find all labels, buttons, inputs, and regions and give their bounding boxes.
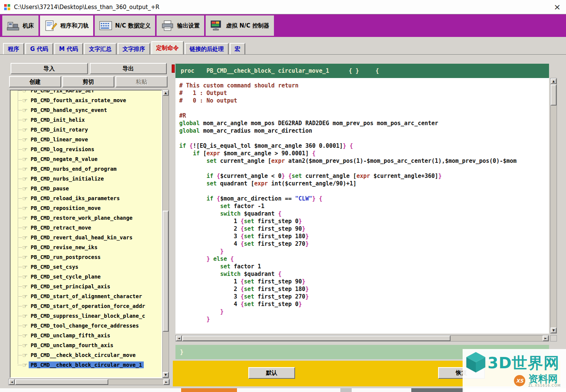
code-line: if {$current_angle < 0} {set current_ang… <box>179 172 549 180</box>
tree-connector <box>18 335 22 336</box>
tab-program-toolpath[interactable]: 程序和刀轨 <box>40 15 93 36</box>
tree-item-label: PB_CMD_revert_dual_head_kin_vars <box>29 234 134 241</box>
tab-virtual-nc-controller[interactable]: 虚拟 N/C 控制器 <box>206 15 274 36</box>
import-button[interactable]: 导入 <box>11 63 88 74</box>
tree-item-label: PB_CMD__check_block_circular_move_1 <box>29 361 144 368</box>
tree-item[interactable]: ☞PB_CMD_restore_work_plane_change <box>15 213 161 223</box>
drag-hand-icon: ☞ <box>22 303 28 310</box>
close-icon[interactable]: × <box>554 3 561 11</box>
tree-item[interactable]: ☞PB_CMD_retract_move <box>15 223 161 233</box>
bottom-dark-segment <box>411 388 464 392</box>
tree-item[interactable]: ☞PB_CMD_unclamp_fourth_axis <box>15 340 161 350</box>
code-scrollbar-thumb[interactable] <box>551 84 557 106</box>
tree-item[interactable]: ☞PB_CMD_nurbs_initialize <box>15 174 161 184</box>
editor-grip-handle[interactable] <box>172 64 175 73</box>
proc-header: proc PB_CMD__check_block_ circular_move_… <box>175 64 549 78</box>
tree-item[interactable]: ☞PB_CMD_negate_R_value <box>15 154 161 164</box>
tab-word-sequencing[interactable]: 文字排序 <box>118 43 150 54</box>
drag-hand-icon: ☞ <box>22 332 28 339</box>
tree-item[interactable]: ☞PB_CMD_init_rotary <box>15 125 161 135</box>
drag-hand-icon: ☞ <box>22 146 28 153</box>
tab-macro[interactable]: 宏 <box>230 43 245 54</box>
proc-open-brace: { <box>375 67 379 74</box>
title-bar: C:\Users\37214\Desktop\Less_than_360_out… <box>0 0 566 14</box>
tree-item[interactable]: ☞PB_CMD_nurbs_end_of_program <box>15 164 161 174</box>
drag-hand-icon: ☞ <box>22 136 28 143</box>
scroll-right-button[interactable]: ► <box>163 379 169 385</box>
tree-item[interactable]: ☞PB_CMD__check_block_circular_move <box>15 350 161 360</box>
drag-hand-icon: ☞ <box>22 90 28 94</box>
command-tree[interactable]: ☞PB_CMD_fix_RAPID_SET☞PB_CMD_fourth_axis… <box>10 90 162 378</box>
tree-connector <box>18 306 22 306</box>
tree-hscrollbar-thumb[interactable] <box>15 379 108 385</box>
tree-connector <box>18 267 22 267</box>
code-editor[interactable]: # This custom command should return# 1 :… <box>175 78 549 334</box>
create-button[interactable]: 创建 <box>9 76 61 87</box>
tree-item[interactable]: ☞PB_CMD_unclamp_fifth_axis <box>15 331 161 340</box>
scroll-left-button[interactable]: ◄ <box>9 379 15 385</box>
tree-item[interactable]: ☞PB_CMD_start_of_operation_force_addr <box>15 301 161 311</box>
tree-item-label: PB_CMD_fourth_axis_rotate_move <box>29 97 128 104</box>
command-tree-inner: ☞PB_CMD_fix_RAPID_SET☞PB_CMD_fourth_axis… <box>15 90 161 370</box>
tree-item[interactable]: ☞PB_CMD_reposition_move <box>15 203 161 213</box>
tab-label: M 代码 <box>59 46 78 53</box>
tab-machine-tool[interactable]: 机床 <box>2 15 38 36</box>
paste-button: 粘贴 <box>115 76 168 87</box>
arrow-down-icon: ▼ <box>165 373 167 377</box>
scroll-down-button[interactable]: ▼ <box>551 328 557 333</box>
tree-item[interactable]: ☞PB_CMD_set_principal_axis <box>15 282 161 291</box>
default-button[interactable]: 默认 <box>248 367 295 379</box>
tree-vertical-scrollbar[interactable]: ▲ ▼ <box>162 90 169 378</box>
cut-button[interactable]: 剪切 <box>62 76 114 87</box>
export-button[interactable]: 导出 <box>90 63 167 74</box>
tree-item[interactable]: ☞PB_CMD_set_csys <box>15 262 161 272</box>
tree-item[interactable]: ☞PB_CMD_handle_sync_event <box>15 105 161 115</box>
code-line: } else { <box>179 255 549 263</box>
watermark: 3D世界网 XS 资料网 ZL.XS1616.COM <box>463 349 566 392</box>
code-line: } <box>179 308 549 315</box>
tree-item[interactable]: ☞PB_CMD_revert_dual_head_kin_vars <box>15 233 161 242</box>
tab-nc-data-definition[interactable]: N/C 数据定义 <box>95 15 155 36</box>
scroll-right-button[interactable]: ► <box>543 335 549 341</box>
tab-g-code[interactable]: G 代码 <box>25 43 53 54</box>
tree-scrollbar-thumb[interactable] <box>163 211 169 331</box>
tree-item[interactable]: ☞PB_CMD_log_revisions <box>15 144 161 154</box>
tree-horizontal-scrollbar[interactable]: ◄ ► <box>8 379 170 385</box>
code-vertical-scrollbar[interactable]: ▲ ▼ <box>550 78 557 334</box>
tree-item[interactable]: ☞PB_CMD_tool_change_force_addresses <box>15 321 161 331</box>
tab-m-code[interactable]: M 代码 <box>54 43 83 54</box>
tree-item[interactable]: ☞PB_CMD_linear_move <box>15 135 161 144</box>
tree-item[interactable]: ☞PB_CMD__check_block_circular_move_1 <box>15 360 161 370</box>
tab-output-settings[interactable]: 输出设置 <box>157 15 204 36</box>
scrollbar-corner <box>550 335 557 341</box>
code-line: 1 {set first_step 90} <box>179 278 549 285</box>
tab-custom-command[interactable]: 定制命令 <box>151 41 184 54</box>
scroll-left-button[interactable]: ◄ <box>176 335 182 341</box>
tree-item[interactable]: ☞PB_CMD_fix_RAPID_SET <box>15 90 161 95</box>
tree-item[interactable]: ☞PB_CMD_reload_iks_parameters <box>15 193 161 203</box>
tree-item[interactable]: ☞PB_CMD_set_cycle_plane <box>15 272 161 282</box>
tree-connector <box>18 237 22 238</box>
scroll-down-button[interactable]: ▼ <box>163 372 169 378</box>
scroll-up-button[interactable]: ▲ <box>163 90 169 96</box>
tree-connector <box>18 208 22 208</box>
tab-word-summary[interactable]: 文字汇总 <box>84 43 117 54</box>
drag-hand-icon: ☞ <box>22 214 28 222</box>
tree-item[interactable]: ☞PB_CMD_init_helix <box>15 115 161 125</box>
tree-connector <box>18 286 22 287</box>
code-hscrollbar-thumb[interactable] <box>182 335 451 341</box>
code-line: if {![EQ_is_equal_tol $mom_arc_angle 360… <box>179 142 549 150</box>
tree-item[interactable]: ☞PB_CMD_fourth_axis_rotate_move <box>15 95 161 105</box>
tree-item[interactable]: ☞PB_CMD_revise_new_iks <box>15 242 161 252</box>
tree-item[interactable]: ☞PB_CMD_pause <box>15 184 161 193</box>
tree-item[interactable]: ☞PB_CMD_start_of_alignment_character <box>15 291 161 301</box>
code-horizontal-scrollbar[interactable]: ◄ ► <box>175 335 549 341</box>
arrow-left-icon: ◄ <box>11 380 13 384</box>
scroll-up-button[interactable]: ▲ <box>551 78 557 84</box>
tree-item[interactable]: ☞PB_CMD_run_postprocess <box>15 252 161 262</box>
code-line <box>179 135 549 142</box>
tab-linked-post[interactable]: 链接的后处理 <box>185 43 229 54</box>
tab-program[interactable]: 程序 <box>3 43 24 54</box>
tree-item-label: PB_CMD_retract_move <box>29 224 93 231</box>
tree-item[interactable]: ☞PB_CMD_suppress_linear_block_plane_c <box>15 311 161 321</box>
